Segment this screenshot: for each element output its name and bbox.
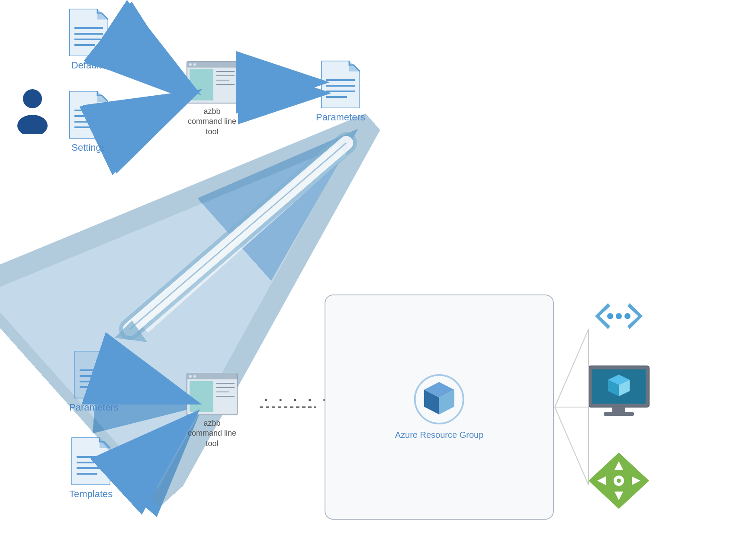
tool-bottom-label: azbbcommand linetool — [188, 418, 236, 449]
svg-point-84 — [607, 313, 613, 319]
svg-rect-73 — [190, 381, 213, 412]
svg-marker-50 — [349, 61, 360, 71]
defaults-label: Defaults — [71, 60, 106, 71]
svg-marker-27 — [97, 9, 108, 19]
tool-top: azbbcommand linetool — [186, 61, 238, 137]
routing-icon — [586, 450, 651, 513]
svg-point-72 — [193, 375, 196, 378]
templates-doc: Templates — [69, 437, 113, 500]
svg-point-85 — [616, 313, 622, 319]
tool-bottom: azbbcommand linetool — [186, 372, 238, 449]
templates-label: Templates — [69, 489, 113, 500]
svg-point-23 — [23, 89, 42, 108]
diagram-container: Defaults Settings — [0, 0, 756, 550]
code-icon — [589, 294, 649, 340]
azure-group-label: Azure Resource Group — [395, 429, 484, 441]
parameters-top-label: Parameters — [316, 112, 365, 123]
svg-point-42 — [193, 63, 196, 66]
svg-rect-94 — [604, 412, 634, 416]
svg-point-41 — [189, 63, 192, 66]
person-icon — [13, 87, 52, 136]
tool-top-label: azbbcommand linetool — [188, 107, 236, 137]
parameters-top-doc: Parameters — [316, 61, 365, 123]
vm-icon — [584, 364, 653, 422]
svg-line-21 — [130, 143, 346, 329]
svg-point-101 — [617, 479, 621, 483]
svg-rect-43 — [190, 69, 213, 100]
settings-doc: Settings — [69, 91, 108, 153]
svg-marker-57 — [103, 351, 113, 362]
svg-point-24 — [17, 115, 48, 134]
svg-marker-64 — [100, 437, 110, 448]
svg-rect-93 — [612, 407, 625, 412]
azure-resource-group-box: Azure Resource Group — [325, 294, 554, 520]
parameters-bottom-doc: Parameters — [69, 351, 119, 413]
parameters-bottom-label: Parameters — [69, 402, 119, 413]
svg-marker-34 — [97, 91, 108, 102]
settings-label: Settings — [71, 142, 106, 153]
svg-point-86 — [624, 313, 631, 319]
svg-point-71 — [189, 375, 192, 378]
defaults-doc: Defaults — [69, 9, 108, 71]
